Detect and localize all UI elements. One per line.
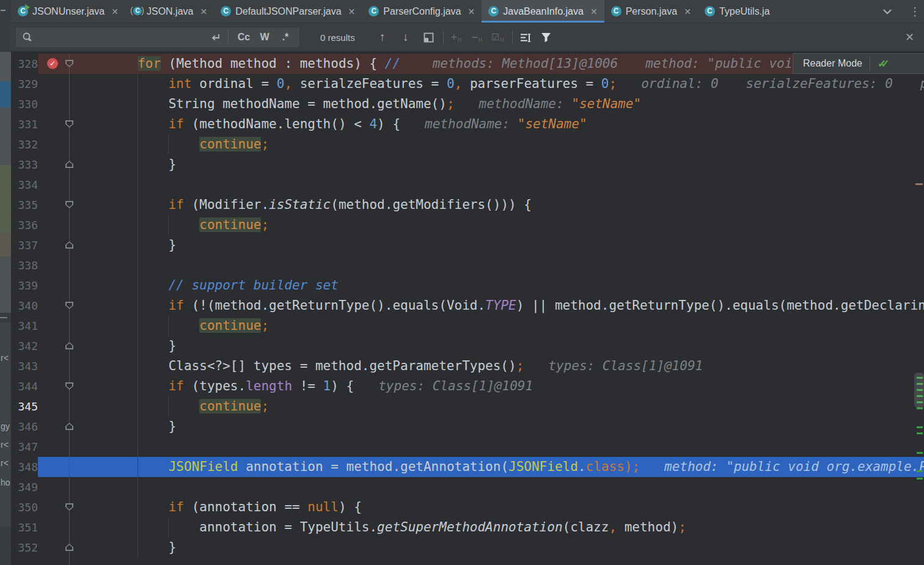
tab-defaultjsonparser-java[interactable]: CDefaultJSONParser.java✕ <box>214 0 362 23</box>
line-number[interactable]: 328 <box>11 54 38 74</box>
line-number[interactable]: 340 <box>11 296 38 316</box>
code-line-329[interactable]: 329 int ordinal = 0, serialzeFeatures = … <box>11 74 924 94</box>
select-all-occurrences-button[interactable]: ☑II <box>490 29 506 46</box>
error-stripe-mark[interactable] <box>917 432 923 434</box>
code-line-328[interactable]: 328✓ for (Method method : methods) { // … <box>11 54 924 74</box>
code-line-345[interactable]: 345 continue; <box>11 396 924 417</box>
next-occurrence-button[interactable]: ↓ <box>398 29 414 46</box>
line-number[interactable]: 337 <box>11 235 38 255</box>
fold-marker-up-icon[interactable] <box>65 342 73 349</box>
tab-javabeaninfo-java[interactable]: CJavaBeanInfo.java✕ <box>482 0 604 23</box>
fold-marker-up-icon[interactable] <box>65 161 73 168</box>
line-number[interactable]: 335 <box>11 195 38 215</box>
error-stripe-mark[interactable] <box>917 470 923 472</box>
match-case-toggle[interactable]: Cc <box>233 29 254 46</box>
line-number[interactable]: 330 <box>11 94 38 114</box>
previous-occurrence-button[interactable]: ↑ <box>375 29 391 46</box>
tab-person-java[interactable]: CPerson.java✕ <box>604 0 698 23</box>
line-number[interactable]: 334 <box>11 175 38 195</box>
line-number[interactable]: 338 <box>11 255 38 275</box>
filter-icon[interactable] <box>538 29 554 46</box>
fold-marker-down-icon[interactable] <box>65 60 73 67</box>
tab-json-java[interactable]: CJSON.java✕ <box>125 0 214 23</box>
line-number[interactable]: 329 <box>11 74 38 94</box>
tab-typeutils-ja[interactable]: CTypeUtils.ja <box>698 0 792 23</box>
code-line-330[interactable]: 330 String methodName = method.getName()… <box>11 94 924 114</box>
code-line-335[interactable]: 335 if (Modifier.isStatic(method.getModi… <box>11 195 924 215</box>
line-number[interactable]: 343 <box>11 356 38 376</box>
code-line-351[interactable]: 351 annotation = TypeUtils.getSuperMetho… <box>11 517 924 538</box>
code-line-334[interactable]: 334 <box>11 175 924 195</box>
whole-words-toggle[interactable]: W <box>254 29 275 46</box>
add-occurrence-button[interactable]: +II <box>449 29 464 46</box>
code-line-343[interactable]: 343 Class<?>[] types = method.getParamet… <box>11 356 924 376</box>
close-find-bar-icon[interactable]: ✕ <box>905 31 914 44</box>
search-input[interactable]: Cc W .* <box>16 27 299 47</box>
fold-marker-down-icon[interactable] <box>65 382 73 390</box>
code-line-337[interactable]: 337 } <box>11 235 924 255</box>
code-line-331[interactable]: 331 if (methodName.length() < 4) {method… <box>11 114 924 134</box>
search-icon[interactable] <box>20 29 35 46</box>
line-number[interactable]: 332 <box>11 134 38 155</box>
error-stripe-mark[interactable] <box>917 478 923 479</box>
line-number[interactable]: 342 <box>11 336 38 356</box>
code-line-332[interactable]: 332 continue; <box>11 134 924 155</box>
line-number[interactable]: 333 <box>11 155 38 175</box>
code-line-340[interactable]: 340 if (!(method.getReturnType().equals(… <box>11 296 924 316</box>
tab-overflow-chevron-icon[interactable] <box>882 0 892 23</box>
error-stripe-mark[interactable] <box>917 452 923 454</box>
line-number[interactable]: 348 <box>11 457 38 477</box>
code-line-346[interactable]: 346 } <box>11 417 924 437</box>
line-number[interactable]: 352 <box>11 538 38 558</box>
tab-close-icon[interactable]: ✕ <box>348 7 356 16</box>
line-number[interactable]: 351 <box>11 517 38 538</box>
code-line-349[interactable]: 349 <box>11 477 924 497</box>
error-stripe-mark[interactable] <box>917 426 923 428</box>
code-line-347[interactable]: 347 <box>11 437 924 457</box>
fold-marker-down-icon[interactable] <box>65 503 73 511</box>
tab-jsonunser-java[interactable]: CJSONUnser.java✕ <box>11 0 125 23</box>
fold-marker-down-icon[interactable] <box>65 120 73 128</box>
line-number[interactable]: 350 <box>11 497 38 517</box>
error-stripe-mark[interactable] <box>915 183 923 185</box>
code-line-350[interactable]: 350 if (annotation == null) { <box>11 497 924 517</box>
tab-close-icon[interactable]: ✕ <box>200 7 207 16</box>
code-line-342[interactable]: 342 } <box>11 336 924 356</box>
code-line-336[interactable]: 336 continue; <box>11 215 924 235</box>
fold-marker-up-icon[interactable] <box>65 241 73 249</box>
line-number[interactable]: 345 <box>11 396 38 417</box>
fold-marker-down-icon[interactable] <box>65 302 73 309</box>
fold-marker-up-icon[interactable] <box>65 544 73 551</box>
line-number[interactable]: 344 <box>11 376 38 396</box>
fold-marker-up-icon[interactable] <box>65 423 73 430</box>
reader-mode-popup[interactable]: Reader Mode ✓✓ <box>793 53 924 74</box>
code-editor[interactable]: 328✓ for (Method method : methods) { // … <box>11 51 924 565</box>
remove-occurrence-button[interactable]: −II <box>469 29 485 46</box>
code-line-341[interactable]: 341 continue; <box>11 316 924 336</box>
tab-close-icon[interactable]: ✕ <box>590 7 598 16</box>
fold-marker-down-icon[interactable] <box>65 201 73 208</box>
code-line-348[interactable]: 348 JSONField annotation = method.getAnn… <box>11 457 924 477</box>
tab-close-icon[interactable]: ✕ <box>111 7 119 16</box>
line-number[interactable]: 341 <box>11 316 38 336</box>
line-number[interactable]: 349 <box>11 477 38 497</box>
tab-parserconfig-java[interactable]: CParserConfig.java✕ <box>362 0 482 23</box>
editor-scrollbar-thumb[interactable] <box>914 373 924 408</box>
line-number[interactable]: 331 <box>11 114 38 134</box>
open-in-find-window-button[interactable] <box>421 29 437 46</box>
search-in-selection-icon[interactable] <box>518 29 534 46</box>
code-line-339[interactable]: 339 // support builder set <box>11 275 924 296</box>
line-number[interactable]: 336 <box>11 215 38 235</box>
code-line-333[interactable]: 333 } <box>11 155 924 175</box>
insert-newline-icon[interactable] <box>207 29 223 46</box>
code-line-338[interactable]: 338 <box>11 255 924 275</box>
tab-close-icon[interactable]: ✕ <box>684 7 691 16</box>
code-line-344[interactable]: 344 if (types.length != 1) {types: Class… <box>11 376 924 396</box>
breakpoint-verified-icon[interactable]: ✓ <box>47 58 58 69</box>
tab-close-icon[interactable]: ✕ <box>468 7 475 16</box>
code-line-352[interactable]: 352 } <box>11 538 924 558</box>
regex-toggle[interactable]: .* <box>275 29 296 46</box>
line-number[interactable]: 347 <box>11 437 38 457</box>
line-number[interactable]: 346 <box>11 417 38 437</box>
line-number[interactable]: 339 <box>11 275 38 296</box>
